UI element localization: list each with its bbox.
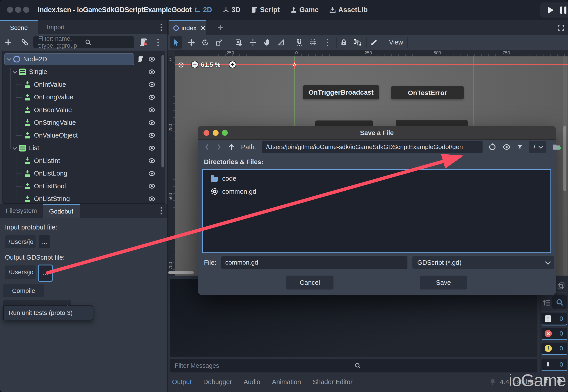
- file-list[interactable]: code common.gd: [202, 169, 551, 253]
- rotate-tool-icon[interactable]: [201, 38, 210, 47]
- filename-input[interactable]: common.gd: [221, 256, 407, 269]
- error-counter[interactable]: 0: [541, 328, 567, 340]
- visibility-eye-icon[interactable]: [148, 94, 156, 101]
- bell-icon[interactable]: [489, 378, 497, 386]
- info-message-counter[interactable]: !0: [541, 313, 567, 325]
- path-input[interactable]: /Users/join/gitme/ioGame-sdk/ioGameSdkGD…: [262, 141, 483, 153]
- scale-tool-icon[interactable]: [215, 38, 224, 47]
- zoom-reset-icon[interactable]: [177, 61, 185, 69]
- tab-animation[interactable]: Animation: [272, 378, 301, 386]
- tab-game[interactable]: Game: [290, 6, 319, 14]
- attached-script-icon[interactable]: [137, 56, 144, 62]
- tab-debugger[interactable]: Debugger: [203, 378, 232, 386]
- move-tool-icon[interactable]: [187, 38, 196, 47]
- visibility-eye-icon[interactable]: [148, 68, 156, 76]
- back-icon[interactable]: [204, 143, 210, 151]
- browse-output-button[interactable]: ...: [38, 265, 53, 282]
- view-menu[interactable]: View: [389, 35, 403, 50]
- visibility-eye-icon[interactable]: [148, 170, 156, 177]
- zoom-out-button[interactable]: –: [191, 61, 199, 68]
- tab-output[interactable]: Output: [172, 378, 192, 386]
- tab-godobuf[interactable]: Godobuf: [43, 204, 80, 218]
- dock-menu-icon[interactable]: [161, 27, 162, 28]
- expander-icon[interactable]: [13, 145, 17, 150]
- smart-snap-icon[interactable]: [295, 38, 304, 47]
- zoom-percentage[interactable]: 61.5 %: [201, 61, 220, 69]
- save-button[interactable]: Save: [420, 276, 467, 290]
- list-select-tool-icon[interactable]: [235, 38, 243, 47]
- filter-funnel-icon[interactable]: [517, 144, 523, 150]
- filter-messages-input[interactable]: Filter Messages: [170, 359, 538, 372]
- tab-2d[interactable]: 2D: [194, 6, 212, 14]
- window-zoom-button[interactable]: [23, 7, 29, 13]
- tree-row[interactable]: OnListLong: [2, 167, 165, 180]
- cancel-button[interactable]: Cancel: [286, 276, 333, 290]
- ruler-tool-icon[interactable]: [276, 38, 285, 47]
- tree-row[interactable]: List: [2, 142, 165, 155]
- tree-row[interactable]: Node2D: [2, 53, 165, 66]
- tab-shader-editor[interactable]: Shader Editor: [313, 378, 353, 386]
- refresh-icon[interactable]: [488, 143, 497, 151]
- close-icon[interactable]: [200, 25, 206, 31]
- dialog-minimize-button[interactable]: [213, 130, 219, 136]
- lock-icon[interactable]: [339, 38, 348, 47]
- visibility-eye-icon[interactable]: [148, 55, 156, 63]
- zoom-in-button[interactable]: +: [229, 61, 236, 68]
- tree-row[interactable]: OnLongValue: [2, 91, 165, 104]
- visibility-eye-icon[interactable]: [148, 144, 156, 152]
- play-icon[interactable]: [548, 7, 554, 14]
- file-list-item[interactable]: code: [203, 172, 551, 185]
- pan-tool-icon[interactable]: [262, 38, 271, 47]
- tree-row[interactable]: OnValueObject: [2, 129, 165, 142]
- dialog-titlebar[interactable]: Save a File: [198, 126, 556, 140]
- grid-snap-icon[interactable]: [309, 38, 318, 47]
- visibility-eye-icon[interactable]: [148, 81, 156, 88]
- dock-menu-icon[interactable]: [161, 210, 162, 211]
- forward-icon[interactable]: [216, 143, 222, 151]
- warning-counter[interactable]: ! 0: [541, 343, 567, 355]
- file-list-item[interactable]: common.gd: [203, 185, 551, 198]
- expander-icon[interactable]: [7, 56, 11, 61]
- tab-audio[interactable]: Audio: [243, 378, 260, 386]
- compile-button[interactable]: Compile: [3, 284, 44, 297]
- tree-row[interactable]: OnListString: [2, 193, 165, 204]
- pivot-tool-icon[interactable]: [248, 38, 257, 47]
- tab-index-scene[interactable]: index: [169, 20, 206, 35]
- up-directory-icon[interactable]: [227, 143, 235, 151]
- tree-row[interactable]: OnListInt: [2, 154, 165, 167]
- distraction-free-icon[interactable]: [557, 24, 565, 31]
- input-protobuf-path[interactable]: /Users/jo: [5, 235, 36, 248]
- visibility-eye-icon[interactable]: [148, 131, 156, 139]
- scene-filter-input[interactable]: Filter: name, t:type, g:group: [33, 36, 134, 48]
- scene-tree-menu-icon[interactable]: [157, 42, 159, 43]
- group-icon[interactable]: [353, 38, 362, 47]
- create-folder-icon[interactable]: [552, 142, 561, 152]
- tree-row[interactable]: OnStringValue: [2, 116, 165, 129]
- add-node-button[interactable]: [4, 38, 13, 47]
- tree-row[interactable]: Single: [2, 66, 165, 78]
- tab-3d[interactable]: 3D: [222, 6, 241, 14]
- pause-icon[interactable]: [560, 7, 567, 14]
- select-tool-button[interactable]: [170, 36, 182, 49]
- tab-script[interactable]: Script: [251, 6, 280, 14]
- canvas-vertical-scrollbar[interactable]: [563, 126, 566, 191]
- window-close-button[interactable]: [7, 7, 13, 13]
- tree-row[interactable]: OnListBool: [2, 180, 165, 193]
- detach-script-icon[interactable]: [139, 38, 148, 47]
- window-minimize-button[interactable]: [15, 7, 21, 13]
- visibility-eye-icon[interactable]: [148, 195, 156, 203]
- visibility-eye-icon[interactable]: [148, 182, 156, 190]
- root-dropdown[interactable]: /: [529, 141, 546, 153]
- dialog-close-button[interactable]: [203, 130, 209, 136]
- collapse-tree-icon[interactable]: [542, 298, 551, 307]
- instance-scene-button[interactable]: [20, 38, 29, 47]
- bone-icon[interactable]: [369, 38, 378, 47]
- snap-options-icon[interactable]: [323, 38, 332, 47]
- visibility-eye-icon[interactable]: [148, 106, 156, 114]
- output-gdscript-path[interactable]: /Users/jo: [5, 266, 36, 279]
- search-output-button[interactable]: [552, 295, 567, 309]
- tree-row[interactable]: OnIntValue: [2, 78, 165, 91]
- visibility-eye-icon[interactable]: [148, 119, 156, 126]
- scene-button-on-trigger-broadcast[interactable]: OnTriggerBroadcast: [303, 85, 379, 99]
- dialog-zoom-button[interactable]: [222, 130, 228, 136]
